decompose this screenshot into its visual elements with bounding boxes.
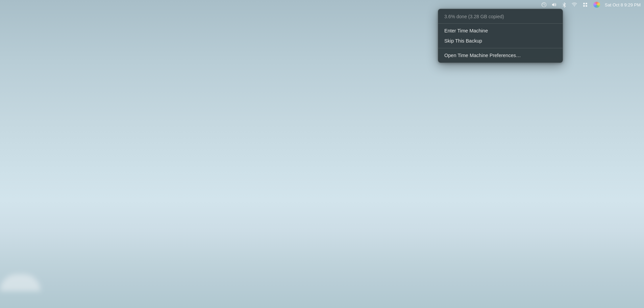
volume-menubar-icon[interactable] [551,2,557,7]
menu-section-prefs: Open Time Machine Preferences… [438,48,563,62]
time-machine-dropdown: 3.6% done (3.28 GB copied) Enter Time Ma… [438,9,563,63]
desktop: Sat Oct 8 9:29 PM 3.6% done (3.28 GB cop… [0,0,644,308]
cloud-decoration [0,274,41,291]
skip-backup-item[interactable]: Skip This Backup [438,36,563,46]
control-center-menubar-icon[interactable] [582,2,589,7]
wifi-svg [572,2,577,7]
backup-status: 3.6% done (3.28 GB copied) [438,9,563,23]
time-machine-svg [541,2,547,7]
menubar-right: Sat Oct 8 9:29 PM [541,2,641,8]
menubar-datetime[interactable]: Sat Oct 8 9:29 PM [605,2,641,7]
svg-line-2 [544,5,545,5]
volume-svg [551,2,557,7]
siri-icon [593,2,600,8]
menubar: Sat Oct 8 9:29 PM [0,0,644,9]
enter-time-machine-item[interactable]: Enter Time Machine [438,26,563,36]
control-center-grid [582,2,589,7]
bluetooth-menubar-icon[interactable] [562,2,567,7]
siri-menubar-icon[interactable] [593,2,600,8]
wifi-menubar-icon[interactable] [572,2,577,7]
svg-marker-3 [552,3,554,7]
time-machine-menubar-icon[interactable] [541,2,547,7]
bluetooth-svg [562,2,567,7]
open-preferences-item[interactable]: Open Time Machine Preferences… [438,50,563,60]
menu-section-main: Enter Time Machine Skip This Backup [438,24,563,48]
